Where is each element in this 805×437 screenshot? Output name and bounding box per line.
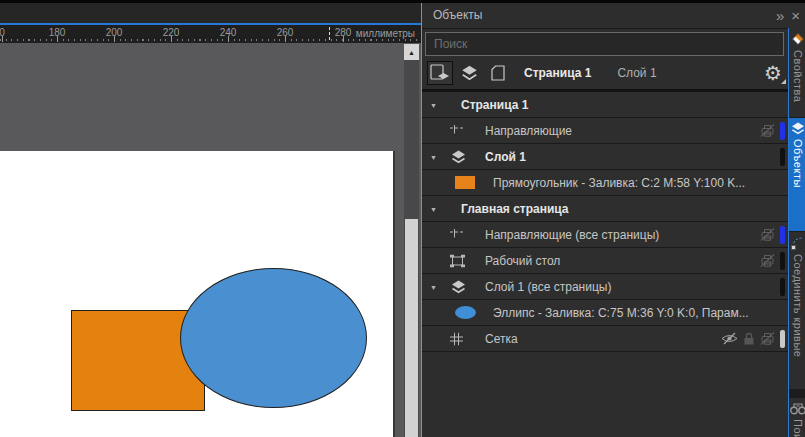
expander-triangle-icon[interactable]: ▼: [430, 153, 437, 160]
pages-view-icon: [491, 65, 505, 81]
ellipse-shape[interactable]: [180, 268, 367, 408]
row-controls: [760, 118, 785, 143]
docker-tab-connect-curves[interactable]: Соединить кривые: [789, 232, 805, 389]
desktop-icon: [450, 254, 465, 267]
docker-tabstrip: СвойстваОбъектыСоединить кривыеПоиск: [788, 28, 805, 437]
grid-row[interactable]: Сетка: [422, 326, 788, 352]
docker-tab-objects[interactable]: Объекты: [789, 118, 805, 231]
docker-tab-properties[interactable]: Свойства: [789, 28, 805, 117]
printer-off-icon[interactable]: [760, 228, 775, 241]
scroll-up-button[interactable]: ▲: [404, 44, 419, 60]
printer-off-icon[interactable]: [760, 124, 775, 137]
guides-all-pages-row[interactable]: Направляющие (все страницы): [422, 222, 788, 248]
guides-icon: [450, 124, 466, 137]
horizontal-ruler[interactable]: 0180200220240260280 миллиметры: [0, 25, 421, 43]
row-controls: [780, 144, 785, 169]
current-layer-label: Слой 1: [617, 66, 656, 80]
layer-color-bar[interactable]: [780, 330, 785, 348]
guides-icon: [450, 228, 466, 241]
ruler-minor-ticks: [0, 39, 421, 41]
docker-toolbar: Страница 1 Слой 1 ⚙: [422, 57, 788, 88]
master-page-row[interactable]: ▼Главная страница: [422, 196, 788, 222]
rect-swatch[interactable]: [455, 176, 475, 189]
ellipse-object-row[interactable]: Эллипс - Заливка: C:75 M:36 Y:0 K:0, Пар…: [422, 300, 788, 326]
layers-white-icon: [790, 122, 805, 135]
docker-titlebar: Объекты » ×: [422, 2, 805, 29]
layer-color-bar[interactable]: [780, 122, 785, 140]
layers-view-button[interactable]: [456, 61, 482, 85]
row-label: Рабочий стол: [485, 254, 560, 268]
rectangle-object-row[interactable]: Прямоугольник - Заливка: C:2 M:58 Y:100 …: [422, 170, 788, 196]
row-label: Слой 1: [485, 150, 526, 164]
grid-icon: [450, 332, 463, 345]
docker-tab-label: Свойства: [792, 50, 804, 102]
dropdown-corner-icon: [781, 79, 786, 84]
dock-chevrons-icon[interactable]: »: [776, 8, 784, 23]
page-row[interactable]: ▼Страница 1: [422, 92, 788, 118]
current-page-label: Страница 1: [524, 66, 591, 80]
guides-row[interactable]: Направляющие: [422, 118, 788, 144]
properties-icon: [791, 32, 805, 46]
layer-color-bar[interactable]: [780, 148, 785, 166]
ruler-major-tick: [228, 36, 229, 42]
row-label: Направляющие (все страницы): [485, 228, 659, 242]
layers-icon: [450, 280, 467, 294]
docker-body: Страница 1 Слой 1 ⚙ ▼Страница 1Направляю…: [422, 30, 788, 437]
eye-off-icon[interactable]: [721, 332, 738, 345]
docker-tab-find[interactable]: Поиск: [789, 398, 805, 437]
gear-icon: ⚙: [764, 63, 782, 83]
printer-off-icon[interactable]: [760, 254, 775, 267]
layer-row[interactable]: ▼Слой 1: [422, 144, 788, 170]
layer-all-pages-row[interactable]: ▼Слой 1 (все страницы): [422, 274, 788, 300]
row-controls: [760, 248, 785, 273]
row-controls: [760, 222, 785, 247]
toolbar-strip: [0, 3, 421, 23]
scrollbar-thumb[interactable]: [405, 219, 418, 437]
object-tree: ▼Страница 1Направляющие▼Слой 1Прямоуголь…: [422, 92, 788, 352]
lock-icon[interactable]: [743, 332, 755, 345]
ruler-major-tick: [171, 36, 172, 42]
close-icon[interactable]: ×: [791, 8, 800, 23]
ruler-major-tick: [114, 36, 115, 42]
expander-triangle-icon[interactable]: ▼: [430, 283, 437, 290]
row-label: Главная страница: [461, 202, 569, 216]
printer-off-icon[interactable]: [760, 332, 775, 345]
search-input[interactable]: [426, 33, 783, 55]
ruler-major-tick: [2, 36, 3, 42]
desktop-row[interactable]: Рабочий стол: [422, 248, 788, 274]
settings-button[interactable]: ⚙: [761, 61, 785, 85]
pages-view-button[interactable]: [485, 61, 511, 85]
ruler-page-marker: [329, 27, 330, 40]
layers-view-icon: [460, 65, 479, 81]
search-box[interactable]: [425, 32, 784, 56]
vertical-scrollbar[interactable]: ▲: [404, 44, 419, 437]
row-label: Страница 1: [461, 98, 528, 112]
layer-color-bar[interactable]: [780, 226, 785, 244]
binoculars-icon: [790, 402, 805, 415]
expander-triangle-icon[interactable]: ▼: [430, 101, 437, 108]
row-label: Направляющие: [485, 124, 572, 138]
ruler-unit-label: миллиметры: [356, 28, 415, 39]
canvas-area: 0180200220240260280 миллиметры ▲: [0, 0, 421, 437]
objects-docker: Объекты » × Страница 1 Слой 1 ⚙: [421, 0, 805, 437]
docker-title: Объекты: [433, 8, 483, 22]
drawing-viewport[interactable]: ▲: [0, 43, 421, 437]
window-top-edge: [0, 0, 805, 3]
ellipse-swatch[interactable]: [455, 306, 476, 319]
layer-color-bar[interactable]: [780, 278, 785, 296]
layers-icon: [450, 150, 467, 164]
objects-view-button[interactable]: [427, 61, 453, 85]
docker-tab-label: Объекты: [792, 139, 804, 188]
layer-color-bar[interactable]: [780, 252, 785, 270]
row-label: Эллипс - Заливка: C:75 M:36 Y:0 K:0, Пар…: [493, 306, 749, 320]
ruler-major-tick: [343, 36, 344, 42]
docker-tab-label: Поиск: [792, 419, 804, 437]
objects-view-icon: [430, 64, 450, 81]
row-controls: [721, 326, 785, 351]
ruler-major-tick: [285, 36, 286, 42]
expander-triangle-icon[interactable]: ▼: [430, 205, 437, 212]
app-window: 0180200220240260280 миллиметры ▲ Объекты…: [0, 0, 805, 437]
connect-curves-icon: [791, 236, 805, 250]
row-label: Слой 1 (все страницы): [485, 280, 611, 294]
docker-tab-label: Соединить кривые: [792, 254, 804, 358]
